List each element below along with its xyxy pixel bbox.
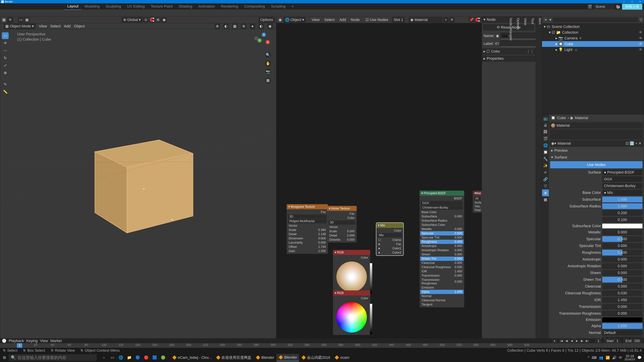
slot-dropdown[interactable]: Slot 1 bbox=[392, 17, 405, 23]
taskview-icon[interactable]: ▭ bbox=[108, 354, 116, 361]
viewlayer-icon[interactable]: 📚 bbox=[616, 4, 620, 9]
sss-dropdown[interactable]: Christensen-Burley bbox=[602, 183, 642, 189]
tree-light[interactable]: ▸ 💡 Light ☼👁 bbox=[542, 47, 644, 52]
color-swatch[interactable] bbox=[602, 224, 642, 228]
timeline-track[interactable]: 1 02040608010012014016018020022024026028… bbox=[0, 343, 644, 348]
surface-section[interactable]: ▾ Surface bbox=[550, 154, 643, 160]
tree-scene-collection[interactable]: ▾ 🗀 Scene Collection bbox=[542, 24, 644, 30]
node-param[interactable]: Metallic0.000 bbox=[420, 227, 464, 231]
prop-tab-particle[interactable]: ✨ bbox=[542, 162, 549, 169]
prop-value[interactable]: 0.000 bbox=[602, 230, 642, 235]
tl-keying[interactable]: Keying bbox=[26, 339, 38, 343]
prop-value[interactable]: 0.200 bbox=[602, 210, 642, 216]
tool-measure[interactable]: 📏 bbox=[2, 88, 8, 95]
snap-toggle[interactable]: 🧲 bbox=[149, 17, 154, 22]
play-rev[interactable]: ◀ bbox=[570, 339, 574, 343]
prop-value[interactable]: 0.500 bbox=[602, 277, 642, 282]
prop-tab-output[interactable]: 🖨 bbox=[542, 122, 549, 128]
maximize-button[interactable]: ▢ bbox=[628, 0, 636, 4]
prop-value[interactable]: 0.000 bbox=[602, 284, 642, 289]
shader-node-editor[interactable]: ◉ 🌐 Object ▾ View Select Add Node ☑ Use … bbox=[276, 16, 482, 350]
autokey[interactable]: ● bbox=[552, 339, 557, 343]
orientation-dropdown[interactable]: ⊕ Global ▾ bbox=[122, 17, 142, 23]
timeline-type[interactable]: 🕐 bbox=[2, 338, 6, 343]
prop-tab-scene[interactable]: 🎬 bbox=[542, 135, 549, 142]
prop-tab-constraint[interactable]: 🔗 bbox=[542, 176, 549, 183]
tool-rotate[interactable]: ↻ bbox=[2, 55, 8, 62]
gizmo-toggle[interactable]: ⊕ bbox=[214, 24, 220, 29]
use-nodes-button[interactable]: Use Nodes bbox=[550, 161, 642, 168]
node-param[interactable]: Normal bbox=[420, 294, 464, 298]
props-panel[interactable]: ▸ Properties bbox=[482, 55, 536, 62]
prop-value[interactable]: 0.500 bbox=[602, 236, 642, 242]
chrome-icon[interactable]: 🔵 bbox=[134, 354, 142, 361]
camera-icon[interactable]: 📷 bbox=[265, 69, 271, 75]
node-param[interactable]: IOR1.450 bbox=[420, 269, 464, 274]
node-param[interactable]: Subsurface0.000 bbox=[420, 214, 464, 218]
mode-icon[interactable]: ▦ bbox=[24, 17, 30, 22]
node-param[interactable]: Tangent bbox=[420, 302, 464, 307]
prop-tab-physics[interactable]: ⚛ bbox=[542, 169, 549, 176]
menu-edit[interactable]: Edit bbox=[18, 4, 29, 9]
play[interactable]: ▶ bbox=[574, 339, 579, 343]
node-menu-select[interactable]: Select bbox=[322, 18, 337, 22]
zoom-icon[interactable]: 🔍 bbox=[265, 52, 271, 58]
prop-value[interactable]: 0.000 bbox=[602, 304, 642, 310]
node-mix-rgb[interactable]: ▾ Mix Color Mix ☐ Clamp ● Fac ● Color1 ●… bbox=[376, 223, 403, 256]
vp-menu-object[interactable]: Object bbox=[74, 24, 85, 28]
cortana-icon[interactable]: ○ bbox=[100, 354, 108, 361]
node-param[interactable]: Sheen Tint0.500 bbox=[420, 256, 464, 261]
node-param[interactable]: Dimension0.000 bbox=[287, 236, 327, 240]
menu-window[interactable]: Window bbox=[46, 4, 64, 9]
node-param[interactable]: Base Color bbox=[420, 210, 464, 214]
node-menu-view[interactable]: View bbox=[310, 18, 322, 22]
outliner-type[interactable]: ≡ bbox=[544, 18, 548, 22]
cursor-tool[interactable]: ✛ bbox=[7, 17, 13, 23]
menu-help[interactable]: Help bbox=[64, 4, 76, 9]
app2-icon[interactable]: 🟦 bbox=[151, 354, 158, 361]
node-param[interactable]: Detail2.000 bbox=[328, 234, 356, 238]
pan-icon[interactable]: ✋ bbox=[265, 60, 271, 66]
node-noise-texture[interactable]: ▾ Noise Texture Fac Color 3D VectorScale… bbox=[327, 206, 357, 242]
vp-menu-select[interactable]: Select bbox=[50, 24, 60, 28]
axis-z[interactable]: Z bbox=[262, 33, 266, 37]
current-frame[interactable]: 1 bbox=[595, 339, 602, 343]
prop-value[interactable]: 0.000 bbox=[602, 263, 642, 269]
axis-x[interactable]: X bbox=[266, 40, 270, 44]
explorer-icon[interactable]: 📁 bbox=[126, 354, 133, 361]
tab-view[interactable]: View bbox=[524, 18, 527, 348]
overlay-toggle[interactable]: ◐ bbox=[224, 24, 229, 29]
axis-y[interactable]: Y bbox=[258, 38, 262, 42]
color-swatch[interactable] bbox=[602, 317, 642, 322]
prop-tab-render[interactable]: 📺 bbox=[542, 115, 549, 122]
prop-dropdown[interactable]: Default bbox=[602, 330, 642, 336]
menu-file[interactable]: File bbox=[8, 4, 18, 9]
tl-view[interactable]: View bbox=[40, 339, 48, 343]
shade-matpreview[interactable]: ◐ bbox=[258, 24, 264, 29]
material-slot[interactable]: Material bbox=[550, 122, 643, 129]
node-param[interactable]: Anisotropic Rotation0.000 bbox=[420, 248, 464, 252]
node-param[interactable]: Transmission0.000 bbox=[420, 274, 464, 278]
edge-icon[interactable]: 🌐 bbox=[117, 354, 124, 361]
cloud-upload-button[interactable]: 轻推上传 bbox=[622, 4, 642, 10]
app3-icon[interactable]: 🟢 bbox=[159, 354, 167, 361]
node-param[interactable]: Emission bbox=[420, 286, 464, 290]
menu-render[interactable]: Render bbox=[29, 4, 46, 9]
node-param[interactable]: Clearcoat Roughness0.030 bbox=[420, 265, 464, 269]
node-param[interactable]: Sheen0.000 bbox=[420, 252, 464, 256]
minimize-button[interactable]: — bbox=[620, 0, 628, 4]
tl-marker[interactable]: Marker bbox=[50, 339, 62, 343]
taskbar-app[interactable]: 🔶 oCam_lsdwj - Clov... bbox=[170, 354, 214, 361]
vp-menu-view[interactable]: View bbox=[39, 24, 47, 28]
tl-playback[interactable]: Playback bbox=[9, 339, 24, 343]
tool-annotate[interactable]: ✎ bbox=[2, 81, 8, 88]
shade-rendered[interactable]: ◉ bbox=[268, 24, 273, 29]
xray-toggle[interactable]: ▦ bbox=[232, 24, 238, 29]
node-param[interactable]: Vector bbox=[328, 225, 356, 229]
tree-cube[interactable]: ▸ 🔲 Cube ▽👁 bbox=[542, 41, 644, 47]
axis-neg[interactable] bbox=[254, 36, 258, 40]
tab-nodewrangler[interactable]: Node Wrangler bbox=[509, 18, 513, 348]
basecolor-value[interactable]: ● Mix bbox=[602, 190, 642, 196]
prop-value[interactable]: 1.000 bbox=[602, 203, 642, 209]
shader-type[interactable]: 🌐 Object ▾ bbox=[283, 17, 306, 23]
